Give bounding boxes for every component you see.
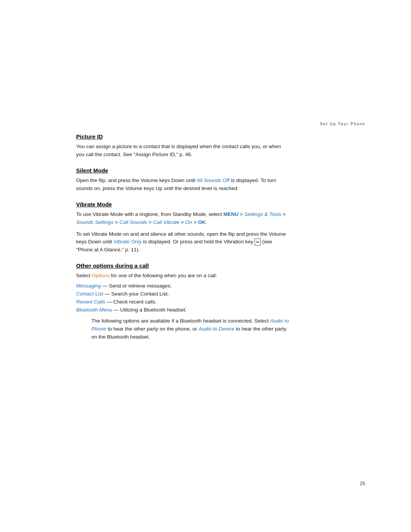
content-area: Picture ID You can assign a picture to a… bbox=[76, 133, 289, 350]
section-body-other-options-intro: Select Options for one of the following … bbox=[76, 272, 289, 280]
vibrate-only-link[interactable]: Vibrate Only bbox=[113, 239, 142, 244]
sounds-settings-link[interactable]: Sounds Settings bbox=[76, 219, 113, 225]
on-link[interactable]: On bbox=[185, 219, 192, 225]
page-number-value: 25 bbox=[360, 481, 365, 486]
ok-link[interactable]: OK bbox=[198, 219, 206, 225]
section-title-vibrate-mode: Vibrate Mode bbox=[76, 201, 289, 208]
recent-calls-link[interactable]: Recent Calls bbox=[76, 299, 105, 305]
list-item: Messaging — Send or retrieve messages. bbox=[76, 282, 289, 290]
list-item: Recent Calls — Check recent calls. bbox=[76, 298, 289, 306]
section-other-options: Other options during a call Select Optio… bbox=[76, 262, 289, 341]
bluetooth-menu-link[interactable]: Bluetooth Menu bbox=[76, 307, 112, 313]
section-vibrate-mode: Vibrate Mode To use Vibrate Mode with a … bbox=[76, 201, 289, 254]
audio-to-device-link[interactable]: Audio to Device bbox=[198, 326, 234, 332]
section-body-picture-id: You can assign a picture to a contact th… bbox=[76, 143, 289, 159]
settings-tools-link[interactable]: Settings & Tools bbox=[244, 211, 281, 217]
messaging-link[interactable]: Messaging bbox=[76, 283, 101, 289]
call-sounds-link[interactable]: Call Sounds bbox=[119, 219, 147, 225]
page-number: 25 bbox=[360, 481, 365, 486]
bluetooth-indented-block: The following options are available if a… bbox=[91, 317, 289, 341]
list-item: Contact List — Search your Contact List. bbox=[76, 290, 289, 298]
list-item: Bluetooth Menu — Utilizing a Bluetooth h… bbox=[76, 306, 289, 314]
section-title-other-options: Other options during a call bbox=[76, 262, 289, 269]
options-list: Messaging — Send or retrieve messages. C… bbox=[76, 282, 289, 314]
call-vibrate-link[interactable]: Call Vibrate bbox=[153, 219, 180, 225]
section-silent-mode: Silent Mode Open the flip, and press the… bbox=[76, 167, 289, 193]
all-sounds-off-link[interactable]: All Sounds Off bbox=[197, 177, 229, 183]
section-body-silent-mode: Open the flip, and press the Volume keys… bbox=[76, 177, 289, 193]
section-picture-id: Picture ID You can assign a picture to a… bbox=[76, 133, 289, 159]
options-link[interactable]: Options bbox=[92, 273, 110, 278]
menu-link[interactable]: MENU bbox=[223, 211, 239, 217]
chapter-title: Set Up Your Phone bbox=[320, 122, 365, 126]
vibration-key-kbd: •• bbox=[255, 238, 261, 246]
contact-list-link[interactable]: Contact List bbox=[76, 291, 103, 297]
audio-to-phone-link[interactable]: Audio to Phone bbox=[91, 318, 289, 332]
section-title-silent-mode: Silent Mode bbox=[76, 167, 289, 174]
section-title-picture-id: Picture ID bbox=[76, 133, 289, 140]
section-body-vibrate-mode-1: To use Vibrate Mode with a ringtone, fro… bbox=[76, 211, 289, 254]
chapter-header: Set Up Your Phone bbox=[320, 122, 365, 126]
page: Set Up Your Phone Picture ID You can ass… bbox=[0, 0, 411, 532]
